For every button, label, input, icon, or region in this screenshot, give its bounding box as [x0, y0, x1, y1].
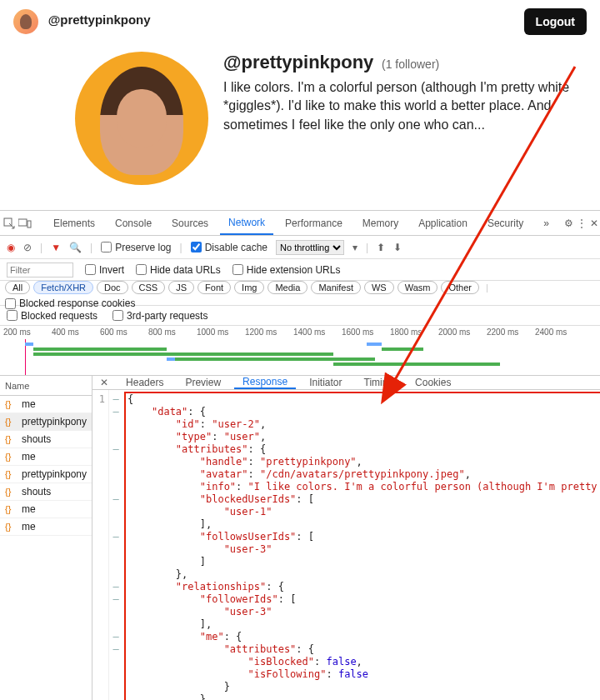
disable-cache-label: Disable cache — [205, 242, 268, 253]
wifi-icon[interactable]: ▾ — [352, 242, 358, 253]
xhr-icon: {} — [5, 522, 17, 532]
type-filter-ws[interactable]: WS — [364, 281, 394, 294]
hide-extension-urls-checkbox[interactable] — [232, 264, 243, 275]
profile-bio: I like colors. I'm a colorful person (al… — [223, 78, 573, 134]
network-timeline[interactable]: 200 ms400 ms600 ms800 ms1000 ms1200 ms14… — [0, 326, 600, 376]
current-user[interactable]: @prettypinkpony — [13, 9, 151, 34]
devtools-tab-network[interactable]: Network — [220, 211, 273, 235]
close-icon[interactable]: ✕ — [590, 211, 598, 235]
detail-tab-cookies[interactable]: Cookies — [407, 376, 459, 389]
request-row[interactable]: {}me — [0, 501, 92, 518]
type-filter-img[interactable]: Img — [234, 281, 264, 294]
type-filter-font[interactable]: Font — [198, 281, 231, 294]
hide-data-urls-checkbox[interactable] — [136, 264, 147, 275]
tabs-overflow[interactable]: » — [535, 211, 558, 235]
profile-section: @prettypinkpony (1 follower) I like colo… — [0, 38, 600, 210]
logout-button[interactable]: Logout — [524, 8, 587, 35]
request-list-header[interactable]: Name — [0, 376, 92, 396]
invert-checkbox[interactable] — [85, 264, 96, 275]
filter-input[interactable] — [7, 262, 73, 278]
devtools-tab-performance[interactable]: Performance — [277, 211, 351, 235]
devtools-tab-sources[interactable]: Sources — [163, 211, 217, 235]
xhr-icon: {} — [5, 487, 17, 497]
request-row[interactable]: {}prettypinkpony — [0, 466, 92, 483]
type-filter-other[interactable]: Other — [441, 281, 479, 294]
inspect-icon[interactable] — [3, 211, 15, 235]
devtools-tab-elements[interactable]: Elements — [45, 211, 103, 235]
filter-icon[interactable]: ▼ — [51, 242, 61, 253]
third-party-checkbox[interactable] — [112, 310, 123, 321]
current-user-handle: @prettypinkpony — [48, 12, 151, 27]
devtools-tab-application[interactable]: Application — [410, 211, 476, 235]
download-icon[interactable]: ⬇ — [393, 242, 402, 253]
svg-rect-2 — [28, 221, 31, 228]
clear-icon[interactable]: ⊘ — [23, 242, 32, 253]
xhr-icon: {} — [5, 399, 17, 409]
xhr-icon: {} — [5, 504, 17, 514]
xhr-icon: {} — [5, 417, 17, 427]
preserve-log-label: Preserve log — [115, 242, 171, 253]
blocked-cookies-checkbox[interactable] — [5, 298, 16, 309]
device-icon[interactable] — [18, 211, 32, 235]
detail-tab-timing[interactable]: Timing — [356, 376, 402, 389]
search-icon[interactable]: 🔍 — [69, 242, 82, 253]
response-body[interactable]: 1 ––––––––– { "data": { "id": "user-2", … — [92, 390, 600, 700]
profile-handle: @prettypinkpony — [223, 52, 373, 73]
detail-tab-preview[interactable]: Preview — [177, 376, 229, 389]
devtools-tab-strip: ElementsConsoleSourcesNetworkPerformance… — [0, 211, 600, 236]
xhr-icon: {} — [5, 434, 17, 444]
request-detail: ✕ HeadersPreviewResponseInitiatorTimingC… — [92, 376, 600, 700]
type-filter-row: AllFetch/XHRDocCSSJSFontImgMediaManifest… — [0, 281, 600, 306]
type-filter-fetchxhr[interactable]: Fetch/XHR — [33, 281, 93, 294]
type-filter-css[interactable]: CSS — [132, 281, 166, 294]
devtools-panel: ElementsConsoleSourcesNetworkPerformance… — [0, 210, 600, 700]
type-filter-manifest[interactable]: Manifest — [311, 281, 361, 294]
devtools-tab-security[interactable]: Security — [479, 211, 532, 235]
devtools-tab-console[interactable]: Console — [107, 211, 160, 235]
type-filter-all[interactable]: All — [5, 281, 30, 294]
request-row[interactable]: {}shouts — [0, 483, 92, 501]
request-row[interactable]: {}me — [0, 518, 92, 536]
upload-icon[interactable]: ⬆ — [377, 242, 385, 253]
request-list: Name {}me{}prettypinkpony{}shouts{}me{}p… — [0, 376, 92, 700]
request-row[interactable]: {}me — [0, 396, 92, 413]
xhr-icon: {} — [5, 469, 17, 479]
kebab-icon[interactable]: ⋮ — [577, 211, 587, 235]
devtools-tab-memory[interactable]: Memory — [354, 211, 407, 235]
request-row[interactable]: {}me — [0, 448, 92, 466]
disable-cache-checkbox[interactable] — [191, 242, 202, 252]
profile-avatar — [75, 52, 208, 185]
detail-tab-response[interactable]: Response — [234, 376, 296, 389]
avatar-icon — [13, 9, 38, 34]
xhr-icon: {} — [5, 452, 17, 462]
request-row[interactable]: {}prettypinkpony — [0, 413, 92, 431]
type-filter-wasm[interactable]: Wasm — [398, 281, 438, 294]
gear-icon[interactable]: ⚙ — [564, 211, 573, 235]
close-detail-icon[interactable]: ✕ — [96, 377, 112, 388]
type-filter-js[interactable]: JS — [168, 281, 194, 294]
record-icon[interactable]: ◉ — [7, 242, 15, 253]
line-number: 1 — [92, 393, 105, 405]
detail-tab-headers[interactable]: Headers — [118, 376, 172, 389]
detail-tab-initiator[interactable]: Initiator — [301, 376, 350, 389]
type-filter-doc[interactable]: Doc — [97, 281, 128, 294]
throttling-select[interactable]: No throttling — [276, 240, 344, 255]
request-row[interactable]: {}shouts — [0, 431, 92, 448]
type-filter-media[interactable]: Media — [268, 281, 308, 294]
blocked-requests-checkbox[interactable] — [7, 310, 18, 321]
svg-rect-1 — [18, 219, 27, 226]
follower-count: (1 follower) — [382, 58, 439, 71]
preserve-log-checkbox[interactable] — [101, 242, 112, 252]
